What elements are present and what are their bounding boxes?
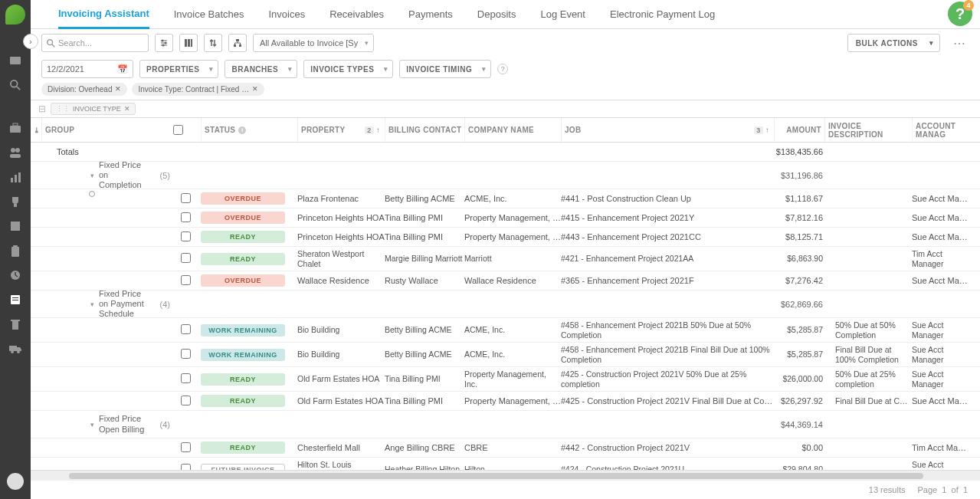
- date-input[interactable]: 12/2/2021📅: [41, 60, 133, 78]
- group-by-chip[interactable]: ⋮⋮ INVOICE TYPE ✕: [51, 103, 136, 115]
- tab-log-event[interactable]: Log Event: [540, 8, 585, 28]
- nav-chart-icon[interactable]: [8, 170, 22, 184]
- group-row[interactable]: ▾Fixed Price on Completion(5)$31,196.86: [31, 162, 980, 189]
- remove-group-icon[interactable]: ✕: [124, 105, 130, 113]
- nav-trash-icon[interactable]: [8, 317, 22, 331]
- table-row[interactable]: READYChesterfield MallAnge Billing CBREC…: [31, 438, 980, 458]
- tab-invoicing-assistant[interactable]: Invoicing Assistant: [58, 8, 149, 29]
- col-company[interactable]: COMPANY NAME: [464, 118, 561, 142]
- svg-rect-13: [11, 222, 20, 224]
- svg-rect-22: [9, 346, 17, 351]
- table-row[interactable]: WORK REMAININGBio BuildingBetty Billing …: [31, 343, 980, 367]
- table-row[interactable]: READYOld Farm Estates HOATina Billing PM…: [31, 367, 980, 392]
- search-input[interactable]: Search...: [41, 34, 149, 52]
- svg-rect-15: [13, 245, 18, 248]
- group-row[interactable]: ▾Fixed Price on Payment Schedule(4)$62,8…: [31, 291, 980, 318]
- col-property[interactable]: PROPERTY2 ↑: [297, 118, 385, 142]
- nav-clipboard-icon[interactable]: [8, 244, 22, 258]
- nav-trophy-icon[interactable]: [8, 195, 22, 208]
- status-badge: READY: [201, 395, 285, 407]
- row-checkbox[interactable]: [181, 464, 191, 470]
- row-checkbox[interactable]: [181, 253, 191, 263]
- row-checkbox[interactable]: [181, 231, 191, 241]
- nav-people-icon[interactable]: [8, 146, 22, 159]
- group-handle-icon[interactable]: ⊟: [38, 103, 46, 114]
- nav-invoicing-icon[interactable]: [8, 293, 22, 307]
- status-badge: OVERDUE: [201, 192, 285, 205]
- invoice-timing-filter[interactable]: INVOICE TIMING: [399, 60, 491, 78]
- row-checkbox[interactable]: [181, 324, 191, 334]
- svg-rect-33: [185, 39, 187, 47]
- svg-rect-34: [188, 39, 190, 47]
- svg-rect-7: [10, 154, 21, 158]
- tab-invoice-batches[interactable]: Invoice Batches: [174, 8, 244, 28]
- svg-rect-9: [15, 175, 17, 182]
- user-avatar[interactable]: [7, 473, 24, 490]
- group-row[interactable]: ▾Fixed Price Open Billing(4)$44,369.14: [31, 411, 980, 438]
- caret-down-icon[interactable]: ▾: [90, 172, 94, 179]
- col-group[interactable]: GROUP: [41, 118, 170, 142]
- expand-rail-button[interactable]: ›: [23, 34, 38, 49]
- table-row[interactable]: OVERDUEPrinceton Heights HOATina Billing…: [31, 208, 980, 228]
- columns-icon[interactable]: [179, 34, 198, 52]
- chip-remove-icon[interactable]: ✕: [252, 85, 258, 93]
- status-info-icon[interactable]: i: [238, 126, 246, 134]
- row-checkbox[interactable]: [181, 193, 191, 203]
- row-checkbox[interactable]: [181, 212, 191, 222]
- filter-help-icon[interactable]: ?: [497, 64, 508, 74]
- row-checkbox[interactable]: [181, 396, 191, 405]
- invoice-types-filter[interactable]: INVOICE TYPES: [303, 60, 393, 78]
- nav-truck-icon[interactable]: [8, 342, 22, 356]
- col-select-all[interactable]: [170, 118, 201, 142]
- branches-filter[interactable]: BRANCHES: [225, 60, 297, 78]
- table-header: ⤓ GROUP STATUSi PROPERTY2 ↑ BILLING CONT…: [31, 118, 980, 143]
- row-checkbox[interactable]: [181, 442, 191, 452]
- settings-icon[interactable]: [155, 34, 173, 52]
- help-button[interactable]: ?4: [948, 2, 972, 26]
- hierarchy-icon[interactable]: [228, 34, 247, 52]
- nav-dashboard-icon[interactable]: [8, 54, 22, 67]
- horizontal-scrollbar[interactable]: [31, 470, 980, 481]
- table-row[interactable]: READYSheraton Westport ChaletMargie Bill…: [31, 247, 980, 271]
- tab-deposits[interactable]: Deposits: [477, 8, 516, 28]
- status-badge: OVERDUE: [201, 212, 285, 224]
- nav-box-icon[interactable]: [8, 219, 22, 233]
- col-index[interactable]: ⤓: [31, 118, 41, 142]
- filter-chip[interactable]: Division: Overhead✕: [41, 83, 127, 96]
- tab-electronic-payment-log[interactable]: Electronic Payment Log: [610, 8, 715, 28]
- nav-clock-icon[interactable]: [8, 268, 22, 282]
- col-contact[interactable]: BILLING CONTACT: [385, 118, 464, 142]
- chip-remove-icon[interactable]: ✕: [115, 85, 121, 93]
- col-amount[interactable]: AMOUNT: [774, 118, 824, 142]
- tab-invoices[interactable]: Invoices: [269, 8, 306, 28]
- nav-briefcase-icon[interactable]: [8, 121, 22, 135]
- more-menu-icon[interactable]: ⋯: [949, 34, 969, 52]
- table-row[interactable]: OVERDUEWallace ResidenceRusty WallaceWal…: [31, 271, 980, 291]
- properties-filter[interactable]: PROPERTIES: [139, 60, 218, 78]
- row-checkbox[interactable]: [181, 373, 191, 383]
- caret-down-icon[interactable]: ▾: [90, 300, 94, 308]
- svg-rect-20: [12, 321, 18, 330]
- table-row[interactable]: OVERDUEPlaza FrontenacBetty Billing ACME…: [31, 189, 980, 208]
- caret-down-icon[interactable]: ▾: [90, 421, 94, 428]
- row-checkbox[interactable]: [181, 275, 191, 285]
- tab-receivables[interactable]: Receivables: [329, 8, 384, 28]
- system-view-select[interactable]: All Available to Invoice [Sy: [253, 34, 374, 52]
- col-desc[interactable]: INVOICE DESCRIPTION: [824, 118, 912, 142]
- table-row[interactable]: FUTURE INVOICEHilton St. Louis Frontenac…: [31, 458, 980, 470]
- table-row[interactable]: WORK REMAININGBio BuildingBetty Billing …: [31, 318, 980, 343]
- col-acct[interactable]: ACCOUNT MANAG: [912, 118, 969, 142]
- row-checkbox[interactable]: [181, 349, 191, 359]
- table-row[interactable]: READYOld Farm Estates HOATina Billing PM…: [31, 392, 980, 411]
- svg-rect-19: [12, 300, 18, 300]
- sort-icon[interactable]: [204, 34, 222, 52]
- col-job[interactable]: JOB3 ↑: [561, 118, 774, 142]
- table-row[interactable]: READYPrinceton Heights HOATina Billing P…: [31, 228, 980, 247]
- app-logo[interactable]: [5, 5, 25, 25]
- tab-payments[interactable]: Payments: [408, 8, 453, 28]
- filter-chip[interactable]: Invoice Type: Contract | Fixed …✕: [132, 83, 264, 96]
- top-tabs: Invoicing AssistantInvoice BatchesInvoic…: [31, 0, 980, 29]
- col-status[interactable]: STATUSi: [201, 118, 297, 142]
- bulk-actions-button[interactable]: BULK ACTIONS: [847, 34, 940, 52]
- nav-search-icon[interactable]: [8, 78, 22, 92]
